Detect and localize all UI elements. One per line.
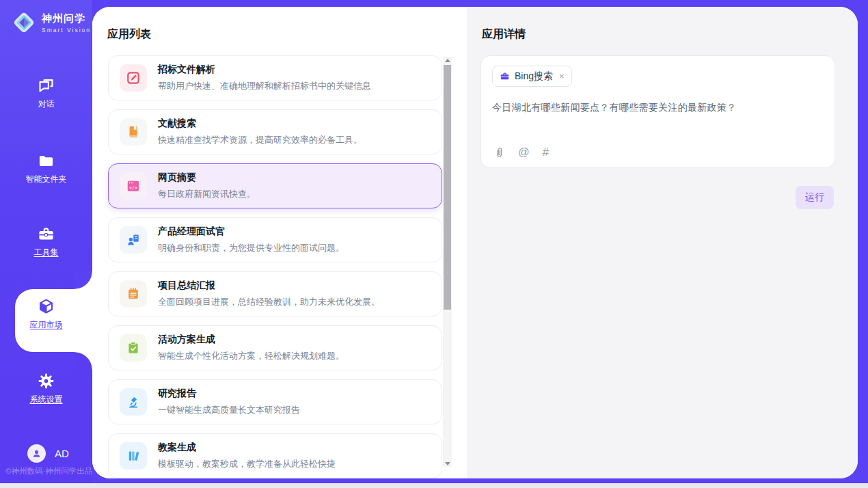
cube-icon xyxy=(37,297,55,316)
app-name: 文献搜索 xyxy=(158,118,362,130)
mention-icon[interactable]: @ xyxy=(518,146,530,159)
sidebar-item-label: 系统设置 xyxy=(30,394,63,405)
clipboard-check-icon xyxy=(120,334,147,362)
svg-text:</>: </> xyxy=(129,185,137,191)
toolbox-icon xyxy=(37,225,55,243)
app-card-literature-search[interactable]: 文献搜索 快速精准查找学术资源，提高研究效率的必备工具。 xyxy=(108,109,442,154)
app-detail-title: 应用详情 xyxy=(482,27,526,42)
paperclip-icon[interactable] xyxy=(493,146,505,158)
tool-chip-label: Bing搜索 xyxy=(515,70,553,83)
interviewer-icon xyxy=(120,226,147,254)
sidebar-item-toolset[interactable]: 工具集 xyxy=(0,225,92,258)
chat-icon xyxy=(37,77,55,95)
app-list: 招标文件解析 帮助用户快速、准确地理解和解析招标书中的关键信息 文献搜索 快速精… xyxy=(108,55,442,478)
brand-logo: 神州问学 Smart Vision xyxy=(11,10,91,36)
sidebar-item-settings[interactable]: 系统设置 xyxy=(0,372,92,405)
app-description: 明确身份和职责，为您提供专业性的面试问题。 xyxy=(158,242,344,254)
sidebar-item-label: 智能文件夹 xyxy=(26,174,67,185)
app-name: 教案生成 xyxy=(158,442,336,454)
app-name: 项目总结汇报 xyxy=(158,280,380,292)
app-card-project-summary[interactable]: 项目总结汇报 全面回顾项目进展，总结经验教训，助力未来优化发展。 xyxy=(108,271,442,316)
app-name: 网页摘要 xyxy=(158,172,256,184)
window-bottom-strip xyxy=(0,483,868,488)
app-card-event-plan-generator[interactable]: 活动方案生成 智能生成个性化活动方案，轻松解决规划难题。 xyxy=(108,325,442,370)
books-icon xyxy=(120,442,147,470)
app-card-webpage-summary[interactable]: </> 网页摘要 每日政府新闻资讯快查。 xyxy=(108,163,442,208)
query-text[interactable]: 今日湖北有哪些新闻要点？有哪些需要关注的最新政策？ xyxy=(492,102,824,114)
app-name: 产品经理面试官 xyxy=(158,226,344,238)
composer-toolbar: @ # xyxy=(493,146,549,159)
scrollbar-thumb[interactable] xyxy=(444,65,451,310)
briefcase-icon xyxy=(500,71,510,81)
app-detail-panel: 应用详情 Bing搜索 × 今日湖北有哪些新闻要点？有哪些需要关注的最新政策？ … xyxy=(467,7,858,478)
app-description: 全面回顾项目进展，总结经验教训，助力未来优化发展。 xyxy=(158,296,380,308)
folder-icon xyxy=(37,152,55,170)
user-initials: AD xyxy=(55,448,69,459)
app-card-research-report[interactable]: 研究报告 一键智能生成高质量长文本研究报告 xyxy=(108,379,442,424)
gear-icon xyxy=(37,372,55,390)
app-description: 智能生成个性化活动方案，轻松解决规划难题。 xyxy=(158,350,344,362)
app-name: 活动方案生成 xyxy=(158,334,344,346)
app-description: 一键智能生成高质量长文本研究报告 xyxy=(158,404,300,416)
app-list-title: 应用列表 xyxy=(107,27,151,42)
sidebar-item-app-market[interactable]: 应用市场 xyxy=(0,297,92,331)
active-nav-curve-top xyxy=(74,271,92,289)
active-nav-curve-bottom xyxy=(74,352,92,370)
app-name: 招标文件解析 xyxy=(158,64,371,76)
app-description: 每日政府新闻资讯快查。 xyxy=(158,188,256,200)
tool-chip-bing-search[interactable]: Bing搜索 × xyxy=(492,66,572,87)
pen-square-icon xyxy=(120,64,147,92)
app-card-pm-interviewer[interactable]: 产品经理面试官 明确身份和职责，为您提供专业性的面试问题。 xyxy=(108,217,442,262)
brand-name: 神州问学 xyxy=(42,12,91,25)
sidebar-item-label: 对话 xyxy=(38,98,55,110)
composer-card[interactable]: Bing搜索 × 今日湖北有哪些新闻要点？有哪些需要关注的最新政策？ @ # xyxy=(480,55,835,168)
app-list-panel: 应用列表 招标文件解析 帮助用户快速、准确地理解和解析招标书中的关键信息 xyxy=(92,7,467,478)
app-description: 模板驱动，教案秒成，教学准备从此轻松快捷 xyxy=(158,458,336,470)
sidebar-item-chat[interactable]: 对话 xyxy=(0,77,92,110)
app-description: 帮助用户快速、准确地理解和解析招标书中的关键信息 xyxy=(158,80,371,92)
brand-diamond-icon xyxy=(11,10,37,36)
app-name: 研究报告 xyxy=(158,388,300,400)
book-icon xyxy=(120,118,147,146)
user-account[interactable]: AD xyxy=(27,444,69,463)
app-description: 快速精准查找学术资源，提高研究效率的必备工具。 xyxy=(158,134,362,146)
scroll-down-arrow-icon[interactable] xyxy=(443,460,452,467)
avatar xyxy=(27,444,46,463)
person-icon xyxy=(31,448,42,459)
report-note-icon xyxy=(120,280,147,308)
run-button[interactable]: 运行 xyxy=(796,186,834,209)
chip-close-icon[interactable]: × xyxy=(559,72,565,81)
hashtag-icon[interactable]: # xyxy=(543,146,549,159)
app-list-scrollbar[interactable] xyxy=(443,57,452,467)
main-container: 应用列表 招标文件解析 帮助用户快速、准确地理解和解析招标书中的关键信息 xyxy=(92,7,858,478)
browser-code-icon: </> xyxy=(120,172,147,200)
sidebar-item-label: 应用市场 xyxy=(30,319,63,331)
sidebar: 神州问学 Smart Vision 对话 智能文件夹 工具集 xyxy=(0,0,92,483)
microscope-icon xyxy=(120,388,147,416)
copyright-footer: ©神州数码·神州问学出品 xyxy=(5,466,92,476)
sidebar-item-label: 工具集 xyxy=(34,247,59,258)
brand-subtitle: Smart Vision xyxy=(42,27,91,33)
sidebar-item-smart-folders[interactable]: 智能文件夹 xyxy=(0,152,92,185)
app-card-lesson-plan-generator[interactable]: 教案生成 模板驱动，教案秒成，教学准备从此轻松快捷 xyxy=(108,433,442,478)
scroll-up-arrow-icon[interactable] xyxy=(443,57,452,64)
app-card-bid-document-parsing[interactable]: 招标文件解析 帮助用户快速、准确地理解和解析招标书中的关键信息 xyxy=(108,55,442,100)
